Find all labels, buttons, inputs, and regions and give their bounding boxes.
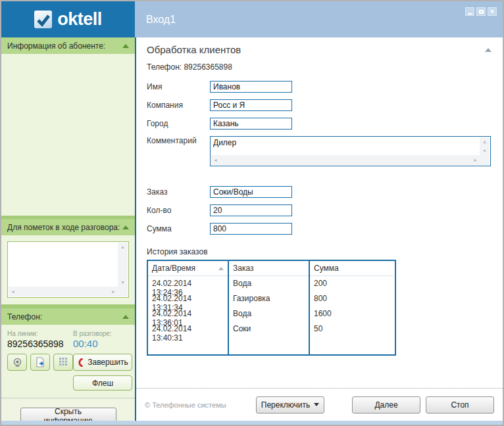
collapse-icon[interactable]: [122, 44, 129, 48]
comment-text: Дилер: [213, 138, 479, 154]
record-icon: [13, 358, 22, 367]
horizontal-scrollbar[interactable]: ◄►: [211, 155, 480, 165]
copyright: © Телефонные системы: [145, 401, 256, 409]
collapse-icon[interactable]: [485, 48, 491, 52]
sort-asc-icon: [218, 267, 224, 270]
company-input[interactable]: [210, 99, 292, 111]
phone-panel-title: Телефон:: [7, 312, 42, 321]
section-title: Обработка клиентов: [147, 44, 241, 55]
stop-button[interactable]: Стоп: [426, 396, 494, 414]
history-cell[interactable]: 24.02.2014 13:24:36: [148, 276, 228, 291]
qty-input[interactable]: [210, 204, 292, 216]
phone-panel: На линии: 89256365898 В разговоре: 00:40: [1, 325, 135, 398]
scrollbar-corner: [480, 155, 490, 165]
main-area: Обработка клиентов Телефон: 89256365898 …: [135, 37, 503, 421]
history-header-order[interactable]: Заказ: [229, 261, 309, 276]
section-header: Обработка клиентов: [147, 44, 491, 55]
next-button[interactable]: Далее: [352, 396, 420, 414]
scrollbar-corner: [118, 287, 128, 296]
notes-header[interactable]: Для пометок в ходе разговора:: [1, 219, 135, 235]
subscriber-info-header[interactable]: Информация об абоненте:: [1, 37, 135, 54]
dialpad-button[interactable]: [53, 354, 73, 371]
history-cell[interactable]: Газировка: [229, 291, 309, 306]
history-cell[interactable]: 800: [310, 291, 393, 306]
history-cell[interactable]: Соки: [229, 321, 309, 337]
company-label: Компания: [147, 101, 210, 110]
call-timer: 00:40: [73, 338, 132, 349]
close-button[interactable]: ×: [488, 7, 497, 16]
subscriber-info-title: Информация об абоненте:: [7, 41, 105, 51]
titlebar: oktell Вход1 ×: [1, 1, 503, 37]
oktell-check-icon: [34, 11, 52, 28]
maximize-button[interactable]: [476, 7, 486, 16]
transfer-document-icon: [36, 357, 45, 367]
online-number: 89256365898: [7, 339, 73, 349]
name-input[interactable]: [210, 81, 292, 93]
field-row-company: Компания: [147, 99, 491, 111]
vertical-scrollbar[interactable]: ▲▼: [480, 137, 490, 155]
qty-label: Кол-во: [147, 206, 210, 215]
subscriber-info-panel: [1, 54, 135, 216]
minimize-button[interactable]: [465, 7, 474, 16]
notes-title: Для пометок в ходе разговора:: [7, 223, 120, 232]
close-icon: ×: [490, 8, 494, 15]
field-row-sum: Сумма: [147, 223, 491, 235]
comment-label: Комментарий: [147, 136, 210, 145]
history-cell[interactable]: 24.02.2014 13:36:01: [148, 306, 228, 321]
history-header-datetime[interactable]: Дата/Время: [148, 261, 228, 276]
window-title-bar: Вход1 ×: [135, 1, 503, 37]
comment-textarea[interactable]: Дилер ▲▼ ◄►: [210, 136, 491, 166]
collapse-icon[interactable]: [122, 315, 129, 319]
vertical-scrollbar[interactable]: ▲▼: [118, 243, 128, 287]
field-row-name: Имя: [147, 81, 491, 93]
history-cell[interactable]: Вода: [229, 306, 309, 321]
phone-actions: [7, 354, 73, 371]
chevron-down-icon: [314, 403, 319, 406]
notes-panel: ▲▼ ◄►: [1, 235, 135, 304]
hangup-label: Завершить: [88, 358, 128, 367]
notes-text: [11, 243, 116, 285]
name-label: Имя: [147, 82, 210, 91]
minimize-icon: [468, 13, 472, 14]
flash-button[interactable]: Флеш: [73, 375, 132, 390]
history-title: История заказов: [147, 247, 491, 256]
window-controls: ×: [465, 7, 497, 16]
phone-panel-header[interactable]: Телефон:: [1, 308, 135, 325]
city-input[interactable]: [210, 118, 292, 130]
history-cell[interactable]: 200: [310, 276, 393, 291]
sum-input[interactable]: [210, 223, 292, 235]
sum-label: Сумма: [147, 224, 210, 233]
history-header-sum[interactable]: Сумма: [310, 261, 393, 276]
history-cell[interactable]: 50: [310, 321, 393, 337]
field-row-order: Заказ: [147, 186, 491, 198]
window-bottom-strip: [1, 421, 503, 425]
field-row-comment: Комментарий Дилер ▲▼ ◄►: [147, 136, 491, 166]
hangup-phone-icon: [77, 358, 84, 367]
order-label: Заказ: [147, 187, 210, 197]
order-history-table: Дата/Время 24.02.2014 13:24:36 24.02.201…: [147, 260, 396, 356]
window-title: Вход1: [146, 14, 176, 26]
horizontal-scrollbar[interactable]: ◄►: [9, 287, 118, 296]
online-block: На линии: 89256365898: [7, 330, 73, 349]
history-cell[interactable]: 24.02.2014 13:40:31: [148, 321, 228, 337]
field-row-city: Город: [147, 118, 491, 130]
app-window: oktell Вход1 × Информация об абоненте: Д…: [0, 0, 504, 426]
hide-info-button[interactable]: Скрыть информацию: [20, 408, 116, 421]
history-cell[interactable]: Вода: [229, 276, 309, 291]
order-input[interactable]: [210, 186, 292, 198]
history-cell[interactable]: 1600: [310, 306, 393, 321]
switch-button[interactable]: Переключить: [256, 396, 324, 414]
sidebar: Информация об абоненте: Для пометок в хо…: [1, 37, 135, 421]
record-button[interactable]: [7, 354, 27, 371]
history-cell[interactable]: 24.02.2014 13:31:34: [148, 291, 228, 306]
hangup-button[interactable]: Завершить: [73, 354, 132, 371]
history-col-sum: Сумма 200 800 1600 50: [309, 261, 393, 354]
online-label: На линии:: [7, 330, 73, 337]
dialpad-icon: [59, 357, 68, 367]
main-footer: © Телефонные системы Переключить Далее С…: [136, 388, 503, 421]
collapse-icon[interactable]: [122, 225, 129, 229]
flash-label: Флеш: [92, 379, 113, 388]
logo-block: oktell: [1, 1, 135, 37]
transfer-button[interactable]: [30, 354, 50, 371]
notes-textarea[interactable]: ▲▼ ◄►: [7, 241, 129, 298]
